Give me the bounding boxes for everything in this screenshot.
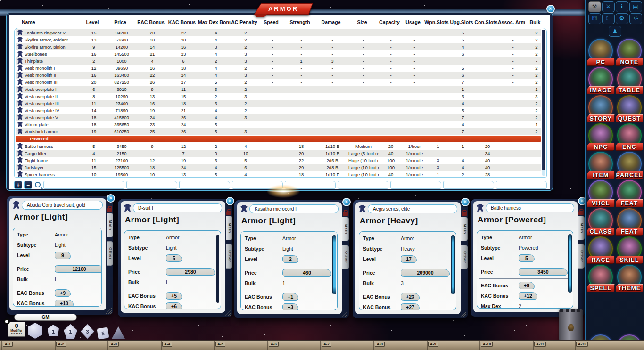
filter-input[interactable] [126, 181, 177, 189]
table-row[interactable]: Vitrum plate1836565023245------4-1 [16, 121, 541, 128]
field-value[interactable]: +1 [282, 293, 298, 301]
panel-scrollbar[interactable] [333, 236, 336, 294]
field-value[interactable]: 2980 [166, 268, 215, 276]
modifiers-button[interactable]: +/- [629, 13, 642, 24]
hotbar-slot-a-2[interactable]: A-2 [56, 342, 66, 347]
sidebar-item-quest[interactable]: QUEST [615, 95, 644, 123]
sidebar-item-story[interactable]: STORY [586, 95, 615, 123]
table-row[interactable]: Vesk overplate V18415800242643------7-2 [16, 114, 541, 121]
sidebar-item-race[interactable]: RACE [586, 236, 615, 264]
filter-input[interactable] [43, 181, 124, 189]
lock-icon[interactable] [226, 211, 231, 215]
party-button[interactable]: ℹ [616, 1, 628, 12]
resize-grip[interactable] [460, 311, 466, 317]
field-value[interactable]: +9 [519, 282, 535, 289]
sidebar-item-table[interactable]: TABLE [615, 66, 644, 95]
item-name-input[interactable]: Aegis series, elite [368, 204, 457, 213]
close-icon[interactable]: ✕ [342, 198, 351, 206]
table-row[interactable]: Vesk monolith III20827250262752------7-2 [16, 79, 541, 86]
tool-button[interactable]: ⚒ [588, 1, 601, 12]
table-row[interactable]: Skyfire armor, exident1353600182042-----… [16, 36, 541, 43]
table-row[interactable]: Skyfire armor, pinion914200141632------4… [16, 43, 541, 50]
table-row[interactable]: Vesk overplate IV1471850192142------5-2 [16, 107, 541, 114]
hotbar-slot-a-6[interactable]: A-6 [269, 342, 279, 347]
sidebar-item-theme[interactable]: THEME [615, 264, 644, 293]
table-row[interactable]: Cargo lifter421507010-201d10 BLarge (5-f… [16, 150, 541, 157]
field-value[interactable]: +10 [55, 300, 74, 307]
sidebar-item-pc[interactable]: PC [586, 38, 615, 66]
hotbar-slot-a-5[interactable]: A-5 [215, 342, 225, 347]
hotbar-slot-a-9[interactable]: A-9 [428, 342, 438, 347]
panel-scrollbar[interactable] [452, 236, 454, 294]
d10-die[interactable]: 1 [64, 324, 77, 339]
field-value[interactable]: 209000 [401, 269, 450, 277]
tab-main[interactable]: Main [578, 216, 585, 240]
sidebar-item-npc[interactable]: NPC [586, 123, 615, 151]
gm-identity-pill[interactable]: GM [14, 314, 77, 321]
d6-die[interactable]: 5 [97, 327, 109, 340]
field-value[interactable]: +23 [401, 293, 420, 301]
table-row[interactable]: Vesk monolith II16163400222443------6-2 [16, 72, 541, 79]
scrollbar-thumb[interactable] [542, 30, 545, 170]
tab-main[interactable]: Main [342, 217, 349, 241]
sidebar-item-class[interactable]: CLASS [586, 208, 615, 236]
tab-other[interactable]: Other [107, 241, 113, 266]
options-button[interactable]: ⚙ [616, 13, 628, 24]
tower-token[interactable] [559, 309, 583, 340]
d8-die[interactable]: 3 [81, 324, 94, 339]
table-row[interactable]: Spider harness1019500101354-181d10 PLarg… [16, 171, 541, 178]
field-value[interactable]: +5 [166, 292, 182, 300]
close-icon[interactable]: ✕ [226, 197, 234, 205]
field-value[interactable]: 460 [282, 269, 331, 277]
tab-other[interactable]: Other [342, 245, 349, 269]
table-row[interactable]: Thinplate210004623-13----- [16, 57, 541, 65]
field-value[interactable]: +12 [519, 292, 537, 300]
field-value[interactable]: 5 [166, 254, 182, 262]
close-icon[interactable]: ✕ [546, 5, 555, 13]
filter-input[interactable] [443, 181, 494, 189]
close-icon[interactable]: ✕ [461, 198, 470, 206]
sidebar-item-feat[interactable]: FEAT [615, 208, 644, 236]
panel-scrollbar[interactable] [216, 235, 219, 303]
hotbar-slot-a-10[interactable]: A-10 [481, 342, 493, 347]
filter-input[interactable] [338, 181, 388, 189]
lock-icon[interactable] [462, 212, 467, 216]
tab-other[interactable]: Other [226, 244, 232, 269]
table-row[interactable]: Vesk overplate II810250131523------3-3 [16, 93, 541, 100]
table-row[interactable]: Vesk overplate I6391091132------1-1 [16, 86, 541, 93]
table-row[interactable]: Vesk overplate III1123400161832------4-2 [16, 100, 541, 107]
hotbar-slot-a-4[interactable]: A-4 [162, 342, 172, 347]
hotbar-slot-a-1[interactable]: A-1 [3, 342, 13, 347]
resize-grip[interactable] [106, 308, 112, 314]
field-value[interactable]: 5 [519, 254, 535, 262]
sidebar-item-spell[interactable]: SPELL [586, 264, 615, 293]
d4-die[interactable] [112, 326, 125, 339]
filter-input[interactable] [179, 181, 230, 189]
sidebar-item-parcel[interactable]: PARCEL [615, 151, 644, 179]
field-value[interactable]: 9 [55, 252, 71, 259]
field-value[interactable]: 17 [401, 255, 417, 263]
item-name-input[interactable]: D-suit I [133, 203, 222, 212]
dice-button[interactable]: ⚃ [588, 13, 601, 24]
sidebar-item-item[interactable]: ITEM [586, 151, 615, 179]
sidebar-item-image[interactable]: IMAGE [586, 66, 615, 95]
tab-other[interactable]: Other [578, 244, 585, 269]
hotbar-slot-a-3[interactable]: A-3 [109, 342, 119, 347]
modifier-toggle-icon[interactable] [4, 318, 10, 325]
field-value[interactable]: +6 [166, 302, 182, 309]
field-value[interactable]: +9 [55, 289, 71, 297]
modifier-box[interactable]: 0 Modifier ••••••• [8, 322, 25, 337]
table-row[interactable]: Flight frame1127100121935-222d6 BHuge (1… [16, 157, 541, 164]
lock-icon[interactable] [578, 211, 584, 215]
field-value[interactable]: 12100 [55, 265, 102, 273]
table-row[interactable]: Steelbones16145500212343------6-2 [16, 50, 541, 57]
lock-icon[interactable] [107, 208, 112, 212]
table-row[interactable]: Battle harness5345091224-181d10 BMedium2… [16, 143, 541, 150]
sidebar-item-vhcl[interactable]: VHCL [586, 179, 615, 208]
d20-die[interactable] [27, 323, 43, 339]
expand-all-button[interactable]: + [14, 181, 22, 189]
filter-input[interactable] [496, 181, 547, 189]
tab-main[interactable]: Main [461, 217, 468, 241]
lighting-button[interactable]: ☾ [602, 13, 615, 24]
resize-grip[interactable] [341, 311, 347, 317]
